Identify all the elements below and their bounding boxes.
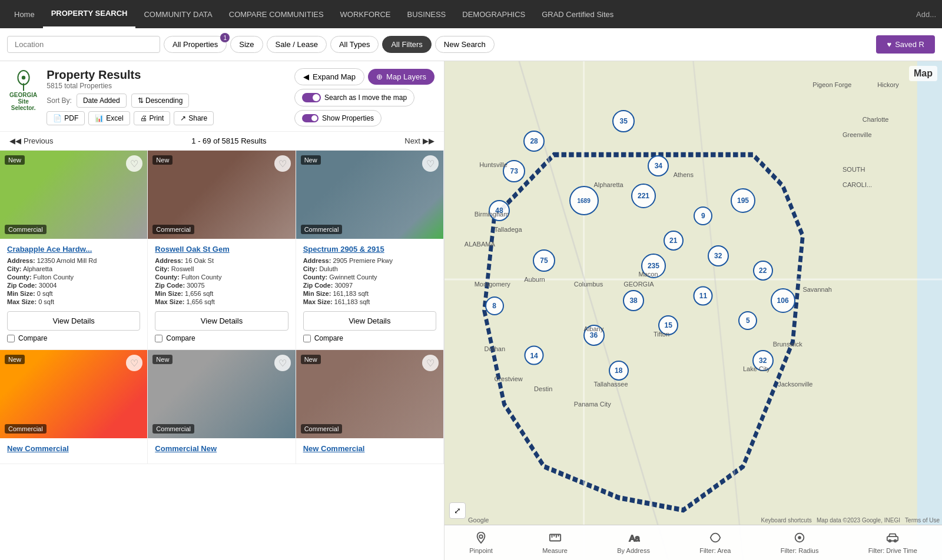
nav-property-search[interactable]: PROPERTY SEARCH	[43, 0, 136, 28]
card-title-link[interactable]: Roswell Oak St Gem	[155, 245, 288, 254]
map-tool-pinpoint[interactable]: Pinpoint	[465, 529, 497, 556]
map-cluster[interactable]: 18	[609, 361, 629, 381]
nav-workforce[interactable]: WORKFORCE	[332, 0, 399, 28]
all-filters-tab[interactable]: All Filters	[382, 36, 431, 53]
view-details-button[interactable]: View Details	[155, 311, 288, 331]
card-min-size: Min Size: 1,656 sqft	[155, 290, 288, 297]
map-cluster[interactable]: 8	[485, 296, 504, 315]
sort-direction-button[interactable]: ⇅ Descending	[131, 94, 190, 108]
compare-checkbox[interactable]	[303, 335, 311, 342]
favorite-button[interactable]: ♡	[126, 355, 142, 371]
map-cluster[interactable]: 21	[664, 231, 684, 251]
map-expand-icon[interactable]: ⤢	[449, 502, 466, 519]
pdf-icon: 📄	[53, 114, 62, 122]
map-cluster[interactable]: 221	[631, 184, 656, 208]
map-cluster[interactable]: 75	[533, 249, 555, 272]
share-icon: ↗	[180, 114, 186, 122]
map-tool-filter-drive[interactable]: Filter: Drive Time	[864, 529, 922, 556]
map-cluster[interactable]: 5	[738, 311, 757, 330]
map-tool-label: Filter: Area	[699, 547, 731, 554]
compare-checkbox[interactable]	[155, 335, 162, 342]
type-badge: Commercial	[152, 424, 194, 434]
card-body: Roswell Oak St Gem Address: 16 Oak St Ci…	[148, 239, 295, 305]
share-button[interactable]: ↗ Share	[174, 111, 214, 125]
location-input[interactable]	[7, 36, 160, 53]
pdf-button[interactable]: 📄 PDF	[47, 111, 85, 125]
map-cluster[interactable]: 28	[523, 131, 545, 152]
saved-results-button[interactable]: ♥ Saved R	[876, 35, 935, 54]
map-cluster[interactable]: 38	[623, 290, 644, 311]
svg-text:Aa: Aa	[629, 534, 640, 543]
all-types-tab[interactable]: All Types	[330, 36, 379, 53]
favorite-button[interactable]: ♡	[422, 355, 439, 371]
excel-button[interactable]: 📊 Excel	[88, 111, 130, 125]
next-button[interactable]: Next ▶▶	[404, 136, 434, 145]
map-credits: Keyboard shortcuts Map data ©2023 Google…	[761, 517, 940, 524]
map-cluster[interactable]: 235	[641, 254, 666, 278]
compare-checkbox[interactable]	[7, 335, 15, 342]
show-properties-toggle[interactable]: Show Properties	[294, 110, 382, 126]
map-cluster[interactable]: 14	[525, 346, 544, 365]
map-cluster[interactable]: 32	[752, 350, 774, 371]
new-search-button[interactable]: New Search	[435, 36, 495, 53]
view-details-button[interactable]: View Details	[303, 311, 436, 331]
svg-point-18	[798, 536, 801, 539]
map-cluster[interactable]: 195	[731, 188, 755, 213]
search-as-move-toggle[interactable]: Search as I move the map	[294, 89, 414, 106]
nav-compare-communities[interactable]: COMPARE COMMUNITIES	[221, 0, 332, 28]
map-cluster[interactable]: 1689	[569, 186, 599, 215]
card-zip: Zip Code: 30075	[155, 282, 288, 289]
card-title-link[interactable]: Crabapple Ace Hardw...	[7, 245, 140, 254]
map-tool-filter-area[interactable]: Filter: Area	[695, 529, 735, 556]
card-image: New ♡ Commercial	[0, 151, 147, 239]
card-title-link[interactable]: New Commercial	[303, 444, 436, 453]
sale-lease-tab[interactable]: Sale / Lease	[267, 36, 327, 53]
favorite-button[interactable]: ♡	[422, 155, 439, 172]
nav-business[interactable]: BUSINESS	[399, 0, 455, 28]
print-icon: 🖨	[140, 114, 147, 122]
map-layers-button[interactable]: ⊕ Map Layers	[368, 69, 434, 85]
nav-demographics[interactable]: DEMOGRAPHICS	[454, 0, 533, 28]
all-properties-tab[interactable]: All Properties 1	[164, 36, 227, 53]
compare-row: Compare	[296, 331, 443, 342]
size-tab[interactable]: Size	[230, 36, 263, 53]
property-card: New ♡ Commercial Roswell Oak St Gem Addr…	[148, 151, 296, 350]
map-cluster[interactable]: 15	[658, 315, 678, 335]
card-title-link[interactable]: Commercial New	[155, 444, 288, 453]
favorite-button[interactable]: ♡	[126, 155, 142, 172]
add-button[interactable]: Add...	[916, 10, 936, 19]
map-cluster[interactable]: 11	[694, 286, 713, 305]
map-tool-measure[interactable]: Measure	[538, 529, 572, 556]
map-cluster[interactable]: 9	[694, 206, 712, 225]
map-cluster[interactable]: 35	[612, 110, 635, 132]
previous-button[interactable]: ◀◀ Previous	[9, 136, 54, 145]
map-cluster[interactable]: 34	[648, 155, 669, 176]
map-tool-by-address[interactable]: Aa By Address	[612, 529, 655, 556]
map-cluster[interactable]: 48	[489, 200, 510, 221]
map-cluster[interactable]: 32	[708, 245, 729, 266]
print-button[interactable]: 🖨 Print	[134, 111, 171, 125]
map-tool-filter-radius[interactable]: Filter: Radius	[776, 529, 824, 556]
map-cluster[interactable]: 106	[771, 288, 795, 313]
card-zip: Zip Code: 30004	[7, 282, 140, 289]
card-title-link[interactable]: New Commercial	[7, 444, 140, 453]
prev-icon: ◀◀	[9, 136, 21, 145]
expand-map-button[interactable]: ◀ Expand Map	[294, 68, 364, 85]
map-cluster[interactable]: 73	[503, 160, 525, 182]
sort-by-button[interactable]: Date Added	[77, 94, 127, 108]
map-cluster[interactable]: 36	[583, 325, 605, 346]
map-title: Map	[909, 66, 937, 81]
nav-home[interactable]: Home	[6, 0, 43, 28]
view-details-button[interactable]: View Details	[7, 311, 140, 331]
card-title-link[interactable]: Spectrum 2905 & 2915	[303, 245, 436, 254]
heart-icon: ♥	[887, 40, 891, 49]
favorite-button[interactable]: ♡	[274, 355, 291, 371]
nav-grad-certified[interactable]: GRAD Certified Sites	[533, 0, 622, 28]
card-image: New ♡ Commercial	[0, 350, 147, 438]
nav-community-data[interactable]: COMMUNITY DATA	[135, 0, 220, 28]
card-max-size: Max Size: 1,656 sqft	[155, 298, 288, 305]
favorite-button[interactable]: ♡	[274, 155, 291, 172]
map-tool-label: By Address	[617, 547, 650, 554]
map-cluster[interactable]: 22	[753, 261, 773, 281]
main-layout: GEORGIASiteSelector. Property Results 58…	[0, 61, 942, 560]
